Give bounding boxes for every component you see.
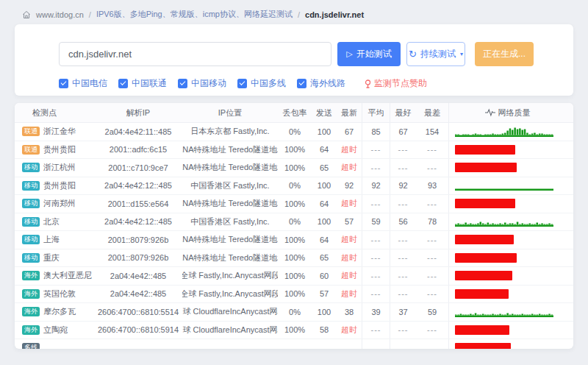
sent-count — [312, 339, 337, 349]
carrier-badge: 移动 — [22, 235, 40, 244]
best-latency: --- — [390, 322, 416, 339]
best-latency: --- — [390, 141, 416, 159]
packet-loss-bar — [455, 289, 509, 299]
worst-latency: 93 — [416, 177, 448, 195]
packet-loss-bar — [455, 253, 517, 263]
resolved-ip: 2001::adfc:6c15 — [94, 141, 182, 159]
sent-count: 57 — [312, 286, 337, 303]
avg-latency: 39 — [362, 303, 390, 321]
table-header-row: 检测点 解析IP IP位置 丢包率 发送 最新 平均 最好 最差 网络质量 — [15, 103, 573, 123]
breadcrumb-separator: / — [89, 10, 91, 19]
carrier-filter-checkbox[interactable]: 中国电信 — [59, 77, 107, 90]
refresh-icon: ↻ — [409, 49, 417, 59]
quality-cell — [448, 177, 566, 195]
quality-cell — [448, 141, 566, 159]
loss-rate: 100% — [278, 249, 312, 267]
continuous-test-button[interactable]: ↻ 持续测试 ▾ — [406, 42, 465, 66]
node-name: 澳大利亚悉尼 — [43, 270, 92, 281]
header-sent: 发送 — [312, 103, 337, 122]
best-latency: 67 — [390, 123, 416, 141]
node-name: 摩尔多瓦 — [43, 306, 76, 317]
table-row: 海外 立陶宛 2606:4700::6810:5914 全球 Cloudflar… — [15, 322, 573, 340]
resolved-ip: 2a04:4e42::485 — [94, 286, 182, 303]
sent-count: 100 — [312, 303, 337, 321]
sent-count: 100 — [312, 213, 337, 231]
resolved-ip: 2001::c710:9ce7 — [94, 159, 182, 177]
loss-rate: 100% — [278, 322, 312, 339]
avg-latency: --- — [362, 322, 390, 339]
sent-count: 64 — [312, 141, 337, 159]
breadcrumb: www.itdog.cn / IPV6版、多地Ping、常规版、icmp协议、网… — [0, 0, 588, 20]
latest-latency: 超时 — [337, 141, 362, 159]
checkbox-checked-icon[interactable] — [178, 79, 187, 88]
table-row: 海外 澳大利亚悉尼 2a04:4e42::485 全球 Fastly,Inc.A… — [15, 267, 573, 286]
latency-sparkline — [455, 126, 553, 138]
ip-location: 中国香港区 Fastly,Inc. — [182, 213, 278, 231]
avg-latency: --- — [362, 159, 390, 177]
checkbox-checked-icon[interactable] — [237, 79, 247, 88]
best-latency: 56 — [390, 213, 416, 231]
quality-cell — [448, 123, 566, 141]
latency-sparkline — [455, 216, 553, 227]
checkbox-checked-icon[interactable] — [118, 79, 128, 88]
breadcrumb-section-link[interactable]: IPV6版、多地Ping、常规版、icmp协议、网络延迟测试 — [96, 9, 293, 20]
table-row: 联通 贵州贵阳 2001::adfc:6c15 IANA特殊地址 Teredo隧… — [15, 141, 573, 160]
results-card: 检测点 解析IP IP位置 丢包率 发送 最新 平均 最好 最差 网络质量 联通… — [15, 103, 573, 349]
best-latency: --- — [390, 286, 416, 303]
checkbox-checked-icon[interactable] — [297, 79, 306, 88]
carrier-badge: 联通 — [22, 127, 40, 136]
sponsor-label: 监测节点赞助 — [374, 77, 427, 90]
breadcrumb-site[interactable]: www.itdog.cn — [36, 10, 84, 19]
loss-rate: 100% — [278, 231, 312, 249]
carrier-filter-checkbox[interactable]: 中国移动 — [178, 77, 226, 90]
table-row: 联通 浙江金华 2a04:4e42:11::485 日本东京都 Fastly,I… — [15, 123, 573, 141]
node-name: 立陶宛 — [43, 325, 68, 336]
carrier-badge: 移动 — [22, 217, 40, 227]
checkbox-checked-icon[interactable] — [59, 79, 68, 88]
start-test-button[interactable]: ▷ 开始测试 — [337, 42, 401, 66]
best-latency: 37 — [390, 303, 416, 321]
avg-latency: --- — [362, 267, 390, 285]
latest-latency: 超时 — [337, 267, 362, 285]
worst-latency: 78 — [416, 213, 448, 231]
loss-rate — [278, 339, 312, 349]
resolved-ip: 2001::8079:926b — [94, 231, 182, 249]
latest-latency: 38 — [337, 303, 362, 321]
sponsor-link[interactable]: 监测节点赞助 — [364, 77, 427, 90]
avg-latency: 59 — [362, 213, 390, 231]
carrier-filter-checkbox[interactable]: 中国多线 — [237, 77, 286, 90]
carrier-filter-label: 中国多线 — [251, 77, 286, 90]
carrier-filter-checkbox[interactable]: 中国联通 — [118, 77, 167, 90]
header-worst: 最差 — [416, 103, 448, 122]
carrier-badge: 海外 — [22, 307, 40, 316]
resolved-ip: 2001::d155:e564 — [94, 195, 182, 213]
resolved-ip: 2606:4700::6810:5514 — [94, 303, 182, 321]
resolved-ip: 2a04:4e42:12::485 — [94, 177, 182, 195]
sent-count: 100 — [312, 177, 337, 195]
sent-count: 60 — [312, 267, 337, 285]
header-resolved-ip: 解析IP — [94, 103, 182, 122]
latest-latency: 超时 — [337, 249, 362, 267]
sponsor-icon — [364, 79, 372, 88]
carrier-badge: 移动 — [22, 199, 40, 208]
carrier-filter-row: 中国电信 中国联通 中国移动 中国多线 海外线路 监测节点赞助 — [15, 66, 573, 90]
header-loss: 丢包率 — [278, 103, 312, 122]
best-latency: 92 — [390, 177, 416, 195]
generating-button[interactable]: 正在生成... — [475, 42, 534, 66]
carrier-filter-checkbox[interactable]: 海外线路 — [297, 77, 345, 90]
quality-cell — [448, 231, 566, 249]
sent-count: 100 — [312, 123, 337, 141]
avg-latency: --- — [362, 286, 390, 303]
table-row: 多线 — [15, 339, 573, 349]
host-input[interactable] — [59, 42, 331, 66]
avg-latency — [362, 339, 390, 349]
loss-rate: 100% — [278, 267, 312, 285]
table-row: 移动 上海 2001::8079:926b IANA特殊地址 Teredo隧道地… — [15, 231, 573, 249]
ip-location: 全球 Fastly,Inc.Anycast网段 — [182, 286, 278, 303]
breadcrumb-target-host: cdn.jsdelivr.net — [305, 10, 364, 19]
table-row: 移动 北京 2a04:4e42:12::485 中国香港区 Fastly,Inc… — [15, 213, 573, 232]
ip-location: 全球 CloudflareIncAnycast网段 — [182, 303, 278, 321]
table-row: 海外 英国伦敦 2a04:4e42::485 全球 Fastly,Inc.Any… — [15, 286, 573, 304]
worst-latency: 154 — [416, 123, 448, 141]
node-name: 英国伦敦 — [43, 288, 76, 300]
